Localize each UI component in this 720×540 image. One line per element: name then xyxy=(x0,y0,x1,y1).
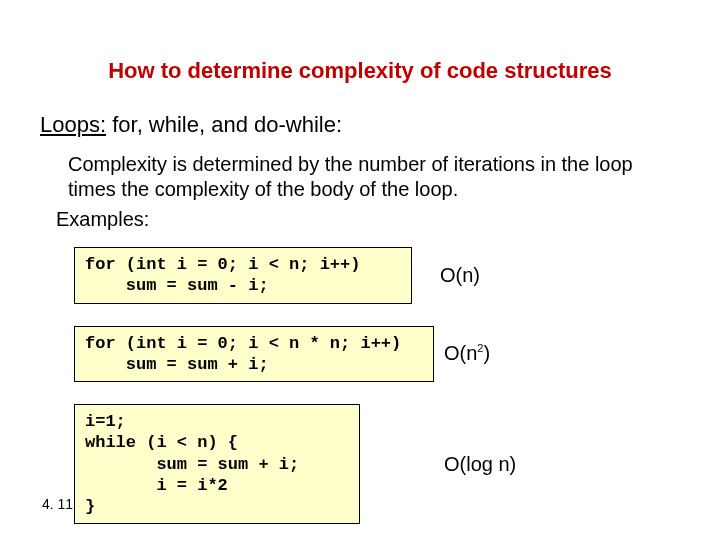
example-row: for (int i = 0; i < n * n; i++) sum = su… xyxy=(74,326,720,383)
code-block: for (int i = 0; i < n; i++) sum = sum - … xyxy=(74,247,412,304)
complexity-label: O(n) xyxy=(440,264,480,287)
description-text: Complexity is determined by the number o… xyxy=(68,152,670,202)
code-block: i=1; while (i < n) { sum = sum + i; i = … xyxy=(74,404,360,524)
example-row: i=1; while (i < n) { sum = sum + i; i = … xyxy=(74,404,720,524)
complexity-suffix: ) xyxy=(483,342,490,364)
examples-label: Examples: xyxy=(56,208,720,231)
loops-heading-underlined: Loops: xyxy=(40,112,106,137)
slide-title: How to determine complexity of code stru… xyxy=(40,58,680,84)
example-row: for (int i = 0; i < n; i++) sum = sum - … xyxy=(74,247,720,304)
code-block: for (int i = 0; i < n * n; i++) sum = su… xyxy=(74,326,434,383)
complexity-label: O(log n) xyxy=(444,453,516,476)
loops-heading-rest: for, while, and do-while: xyxy=(106,112,342,137)
loops-heading: Loops: for, while, and do-while: xyxy=(40,112,720,138)
page-number: 4. 11 xyxy=(42,496,73,512)
complexity-prefix: O(n xyxy=(444,342,477,364)
complexity-label: O(n2) xyxy=(444,342,490,365)
